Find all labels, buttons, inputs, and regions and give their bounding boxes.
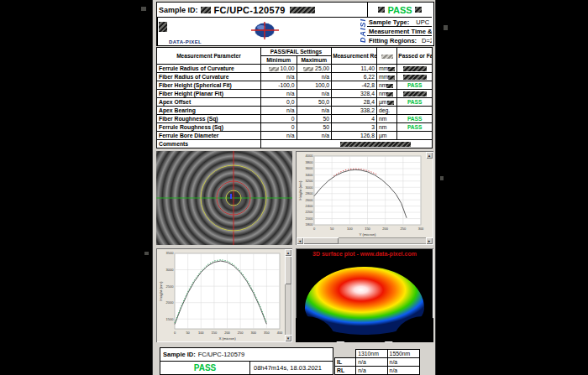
table-row: Apex Bearing n/a n/a338,2deg. xyxy=(157,107,433,115)
vendor-logo: DATA-PIXEL DAISI xyxy=(157,17,367,45)
y-profile-chart[interactable]: 0501001502002503001800200022002400260028… xyxy=(297,152,427,237)
charts-grid: 0501001502002503001800200022002400260028… xyxy=(156,151,433,342)
compression-artifact xyxy=(440,176,444,180)
parameter-cell: Apex Bearing xyxy=(157,107,261,115)
table-row: Fiber Roughness (Sq) 0 504nmPASS xyxy=(157,115,433,123)
redaction-artifact xyxy=(386,84,393,88)
svg-text:Y (micron): Y (micron) xyxy=(359,232,376,237)
svg-text:3500: 3500 xyxy=(166,251,175,255)
redaction-artifact xyxy=(388,67,395,71)
vertical-scrollbar[interactable]: ▴ ▾ xyxy=(285,249,291,341)
parameter-cell: Ferrule Radius of Curvature xyxy=(157,65,261,73)
result-cell: -42,8 xyxy=(332,81,377,90)
il-1550-value: n/a xyxy=(387,358,419,367)
surface-corner-cut xyxy=(339,335,389,342)
parameter-cell: Ferrule Roughness (Sq) xyxy=(157,123,261,132)
measurement-table-header: Measurement Parameter PASS/FAIL Settings… xyxy=(157,48,433,65)
col-1310nm: 1310nm xyxy=(356,350,387,358)
result-cell: 28,4 xyxy=(332,98,377,107)
unit-cell: nm xyxy=(376,123,396,132)
time-date-label: Measurement Time & Date: xyxy=(369,28,432,35)
svg-text:Height (nm): Height (nm) xyxy=(159,281,163,300)
svg-text:50: 50 xyxy=(330,227,334,231)
measurement-report-window: Sample ID: FC/UPC-120579 PASS Sample Typ… xyxy=(153,0,435,375)
parameter-cell: Fiber Roughness (Sq) xyxy=(157,115,261,123)
max-cell: 25,00 xyxy=(297,65,332,73)
max-cell: 50 xyxy=(297,123,332,132)
col-maximum: Maximum xyxy=(297,56,332,65)
unit-cell: µm xyxy=(376,132,396,140)
col-result-unit xyxy=(376,48,396,65)
sample-id-value: FC/UPC-120579 xyxy=(214,5,286,15)
unit-cell: µm xyxy=(376,98,396,107)
status-cell xyxy=(397,73,433,81)
compression-artifact xyxy=(144,252,149,255)
redaction-artifact xyxy=(415,7,422,13)
unit-cell: mm xyxy=(376,73,396,81)
svg-text:250: 250 xyxy=(238,331,244,335)
measurement-table-body: Ferrule Radius of Curvature 10,00 25,001… xyxy=(157,65,433,140)
max-cell: n/a xyxy=(297,107,332,115)
y-profile-chart-panel[interactable]: 0501001502002503001800200022002400260028… xyxy=(296,151,433,245)
scrollbar-thumb[interactable] xyxy=(285,256,291,284)
time-date-row: Measurement Time & Date: 08h47m14s, 18.0… xyxy=(367,26,432,35)
comments-row: Comments xyxy=(157,140,433,148)
header-table: Sample ID: FC/UPC-120579 PASS Sample Typ… xyxy=(156,2,434,46)
sample-type-row: Sample Type: UPC xyxy=(367,17,432,26)
svg-text:2200: 2200 xyxy=(306,210,314,214)
redaction-artifact xyxy=(201,7,211,13)
redaction-artifact xyxy=(159,22,167,32)
compression-artifact xyxy=(141,7,146,11)
svg-text:2800: 2800 xyxy=(306,191,314,195)
x-profile-chart[interactable]: 0501001502002503003504001500200025003000… xyxy=(157,249,286,341)
il-rl-table: 1310nm 1550nm IL n/a n/a RL n/a n/a xyxy=(334,349,420,375)
redaction-artifact xyxy=(388,76,395,80)
min-cell: 0 xyxy=(260,123,297,132)
scrollbar-thumb[interactable] xyxy=(303,237,339,244)
surface-plot-panel[interactable]: 3D surface plot - www.data-pixel.com xyxy=(296,248,433,342)
svg-text:1500: 1500 xyxy=(166,317,175,321)
svg-text:4000: 4000 xyxy=(306,154,314,158)
col-parameter: Measurement Parameter xyxy=(157,48,261,65)
svg-text:3400: 3400 xyxy=(306,173,314,177)
scroll-right-arrow[interactable]: ▸ xyxy=(426,237,433,244)
svg-text:Height (nm): Height (nm) xyxy=(298,180,302,200)
scroll-down-arrow[interactable]: ▾ xyxy=(285,335,291,341)
parameter-cell: Fiber Height (Planar Fit) xyxy=(157,90,261,98)
result-cell: 11,40 xyxy=(332,65,377,73)
x-profile-chart-panel[interactable]: 0501001502002503003504001500200025003000… xyxy=(156,248,292,342)
svg-text:2000: 2000 xyxy=(166,300,175,305)
daisi-wordmark: DAISI xyxy=(359,18,367,43)
sample-id-row: Sample ID: FC/UPC-120579 xyxy=(157,3,367,17)
svg-text:3000: 3000 xyxy=(306,185,314,190)
il-1310-value: n/a xyxy=(356,358,387,367)
svg-text:350: 350 xyxy=(264,331,270,335)
spin-up-button[interactable]: ▴ xyxy=(426,152,433,159)
col-passed: Passed or Failed xyxy=(397,48,433,65)
brand-name: DATA-PIXEL xyxy=(169,39,202,44)
svg-text:100: 100 xyxy=(347,227,353,231)
overall-status-text: PASS xyxy=(387,5,412,15)
svg-text:X (micron): X (micron) xyxy=(218,336,236,341)
status-cell xyxy=(397,107,433,115)
interferogram-panel[interactable] xyxy=(156,151,292,245)
table-row: Ferrule Bore Diameter n/a n/a126,8µm xyxy=(157,132,433,140)
screen: { "window": { "background": "#000000", "… xyxy=(0,0,588,375)
horizontal-scrollbar[interactable]: ◂ ▸ xyxy=(297,237,433,244)
scroll-up-arrow[interactable]: ▴ xyxy=(285,249,291,256)
sample-id-label: Sample ID: xyxy=(159,6,198,14)
scroll-left-arrow[interactable]: ◂ xyxy=(297,237,303,244)
fitting-regions-value: D=250µm ; E=1400µm xyxy=(422,37,432,44)
min-cell: -100,0 xyxy=(260,81,297,90)
redaction-artifact xyxy=(403,75,427,80)
surface-plot-title: 3D surface plot - www.data-pixel.com xyxy=(296,251,433,257)
svg-text:50: 50 xyxy=(186,331,190,335)
redaction-artifact xyxy=(269,67,279,71)
globe-crosshair-icon xyxy=(244,22,281,42)
measurement-table: Measurement Parameter PASS/FAIL Settings… xyxy=(156,47,433,148)
unit-cell: mm xyxy=(376,65,396,73)
result-cell: 126,8 xyxy=(332,132,377,140)
parameter-cell: Ferrule Bore Diameter xyxy=(157,132,261,140)
overall-status-badge: PASS xyxy=(367,3,432,17)
col-settings: PASS/FAIL Settings xyxy=(260,48,331,56)
